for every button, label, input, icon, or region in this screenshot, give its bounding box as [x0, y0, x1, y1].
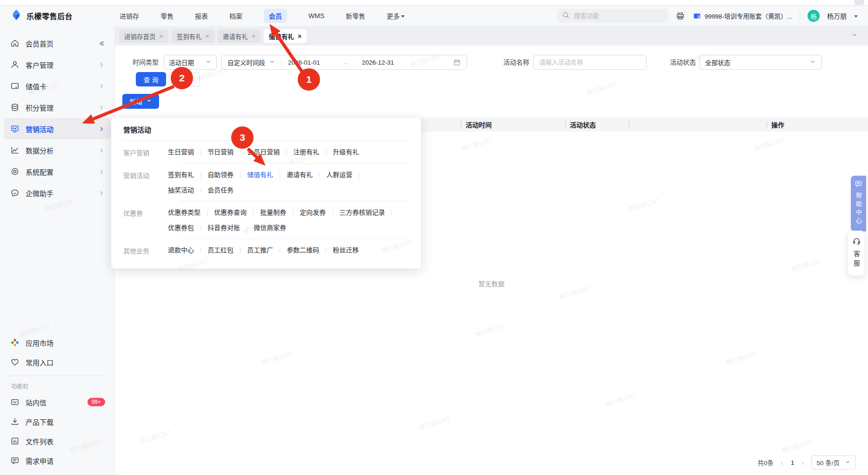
page-size-select[interactable]: 50 条/页: [811, 455, 856, 469]
sidebar-item-储值卡[interactable]: 储值卡: [4, 75, 111, 97]
app-logo[interactable]: 乐檬零售后台: [0, 9, 115, 23]
tab-进销存首页[interactable]: 进销存首页×: [119, 29, 168, 43]
menu-item-抽奖活动[interactable]: 抽奖活动: [168, 185, 194, 195]
sidebar-item-label: 企微助手: [26, 188, 92, 198]
customer-service-tab[interactable]: 客服: [848, 231, 865, 276]
sidebar-item-label: 应用市场: [26, 338, 105, 348]
current-page[interactable]: 1: [791, 459, 795, 466]
menu-item-升级有礼[interactable]: 升级有礼: [333, 147, 359, 157]
avatar[interactable]: 杨: [808, 10, 820, 22]
close-icon[interactable]: ×: [298, 33, 301, 40]
chevron-down-icon[interactable]: [854, 15, 858, 18]
calendar-icon[interactable]: [453, 59, 461, 66]
top-nav-item-档案[interactable]: 档案: [229, 11, 242, 20]
next-page-button[interactable]: ›: [801, 459, 804, 467]
menu-item-优惠券类型[interactable]: 优惠券类型: [168, 208, 200, 217]
sidebar-item-积分管理[interactable]: 积分管理: [4, 97, 111, 118]
reset-button[interactable]: [169, 72, 200, 86]
sidebar-item-会员首页[interactable]: 会员首页: [4, 33, 111, 54]
sidebar-item-常用入口[interactable]: 常用入口: [4, 352, 111, 372]
menu-item-邀请有礼[interactable]: 邀请有礼: [287, 170, 313, 179]
account-switcher[interactable]: 99998-培训专用账套（黄凯）...: [693, 11, 792, 20]
sidebar-item-label: 储值卡: [26, 81, 92, 91]
sidebar-item-客户管理[interactable]: 客户管理: [4, 54, 111, 75]
menu-item-定向发券[interactable]: 定向发券: [300, 208, 326, 217]
sidebar-item-企微助手[interactable]: 企微助手: [4, 182, 111, 204]
printer-icon[interactable]: [675, 11, 685, 21]
search-input[interactable]: [573, 12, 663, 20]
customer-service-label: 客服: [852, 251, 861, 269]
top-nav-item-新零售[interactable]: 新零售: [346, 11, 365, 20]
menu-item-微信商家券[interactable]: 微信商家券: [254, 223, 286, 232]
menu-item-会员任务[interactable]: 会员任务: [207, 185, 234, 195]
range-mode-value[interactable]: 自定义时间段: [227, 58, 265, 67]
column-header-活动时间: 活动时间: [461, 118, 565, 132]
user-name[interactable]: 杨万朋: [827, 11, 847, 20]
activity-name-field[interactable]: [533, 55, 647, 70]
tabbar-chevron-down-icon[interactable]: [851, 32, 858, 40]
time-type-select[interactable]: 活动日期: [164, 55, 217, 70]
top-nav-label: 进销存: [120, 11, 139, 20]
global-search[interactable]: [557, 9, 668, 23]
search-button[interactable]: 查 询: [136, 72, 166, 86]
menu-item-批量制券[interactable]: 批量制券: [260, 208, 286, 217]
menu-item-抖音券对账[interactable]: 抖音券对账: [207, 223, 240, 232]
divider: [800, 12, 800, 20]
menu-item-优惠券查询[interactable]: 优惠券查询: [214, 208, 247, 217]
date-start-input[interactable]: [287, 59, 329, 66]
sidebar-item-系统配置[interactable]: 系统配置: [4, 161, 111, 182]
activity-name-input[interactable]: [538, 59, 641, 66]
sidebar-item-需求申请[interactable]: 需求申请: [4, 451, 111, 470]
menu-item-员工推广[interactable]: 员工推广: [247, 245, 273, 255]
menu-item-粉丝迁移[interactable]: 粉丝迁移: [333, 245, 359, 255]
divider: |: [200, 170, 201, 179]
sidebar-item-产品下载[interactable]: 产品下载: [4, 412, 111, 431]
close-icon[interactable]: ×: [252, 33, 255, 40]
menu-item-会员日营销[interactable]: 会员日营销: [247, 147, 280, 157]
sidebar-item-数据分析[interactable]: 数据分析: [4, 139, 111, 161]
collapse-sidebar-icon[interactable]: [97, 40, 105, 47]
top-nav-item-零售[interactable]: 零售: [160, 11, 174, 20]
top-nav-label: 档案: [229, 11, 242, 20]
menu-item-退款中心[interactable]: 退款中心: [168, 245, 194, 255]
menu-item-优惠券包[interactable]: 优惠券包: [168, 223, 194, 232]
top-nav-item-进销存[interactable]: 进销存: [120, 11, 139, 20]
menu-item-签到有礼[interactable]: 签到有礼: [168, 170, 194, 179]
settings-icon: [10, 167, 20, 176]
tab-储值有礼[interactable]: 储值有礼×: [264, 29, 307, 43]
menu-item-人群运营[interactable]: 人群运营: [327, 170, 353, 179]
close-icon[interactable]: ×: [160, 33, 163, 40]
prev-page-button[interactable]: ‹: [781, 459, 783, 467]
date-range-control[interactable]: 自定义时间段 →: [221, 55, 467, 70]
divider: |: [325, 245, 327, 255]
top-nav-item-更多[interactable]: 更多: [387, 11, 405, 20]
menu-group-label: 营销活动: [123, 170, 168, 195]
menu-item-参数二维码[interactable]: 参数二维码: [287, 245, 319, 255]
menu-item-储值有礼[interactable]: 储值有礼: [247, 170, 273, 179]
filelist-icon: [10, 436, 20, 446]
menu-item-节日营销[interactable]: 节日营销: [207, 147, 234, 157]
date-end-input[interactable]: [361, 59, 403, 66]
apps-icon: [10, 338, 20, 347]
tab-签到有礼[interactable]: 签到有礼×: [172, 29, 214, 43]
menu-item-生日营销[interactable]: 生日营销: [168, 147, 194, 157]
menu-item-员工红包[interactable]: 员工红包: [207, 245, 234, 255]
add-button[interactable]: 新增: [122, 94, 159, 109]
menu-item-自助领券[interactable]: 自助领券: [207, 170, 234, 179]
chevron-right-icon: [98, 125, 105, 132]
tab-邀请有礼[interactable]: 邀请有礼×: [218, 29, 260, 43]
divider: |: [240, 245, 241, 255]
sidebar-item-营销活动[interactable]: 营销活动: [4, 118, 111, 139]
sidebar-item-文件列表[interactable]: 文件列表: [4, 431, 111, 451]
activity-status-select[interactable]: 全部状态: [699, 55, 822, 70]
sidebar-item-应用市场[interactable]: 应用市场: [4, 333, 111, 352]
top-nav-item-报表[interactable]: 报表: [195, 11, 208, 20]
menu-item-三方券核销记录[interactable]: 三方券核销记录: [340, 208, 385, 217]
menu-item-注册有礼[interactable]: 注册有礼: [293, 147, 319, 157]
top-nav-item-会员[interactable]: 会员: [264, 9, 287, 23]
sidebar-item-站内信[interactable]: 站内信99+: [4, 392, 111, 412]
divider: |: [200, 223, 201, 232]
top-nav-item-WMS[interactable]: WMS: [308, 12, 324, 20]
help-center-tab[interactable]: 帮助中心: [851, 176, 866, 231]
close-icon[interactable]: ×: [206, 33, 209, 40]
